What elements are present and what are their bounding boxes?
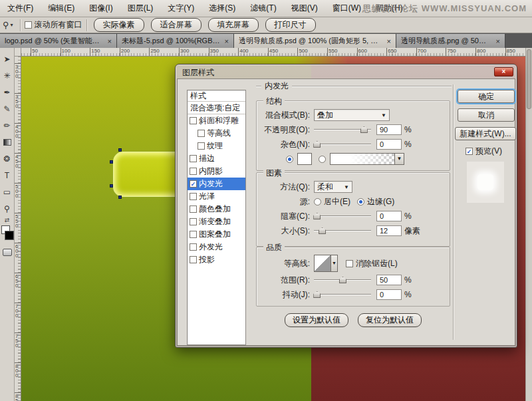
path-anchor-point[interactable] — [110, 184, 113, 188]
menu-item-4[interactable]: 图层(L) — [120, 0, 161, 17]
jitter-value[interactable]: 0 — [376, 289, 402, 300]
checkbox-icon[interactable] — [190, 193, 197, 200]
dialog-titlebar[interactable]: 图层样式 × — [177, 66, 515, 78]
magic-wand-tool[interactable]: ✳ — [1, 67, 14, 84]
chevron-down-icon[interactable]: ▼ — [394, 154, 404, 164]
reset-default-button[interactable]: 复位为默认值 — [358, 313, 422, 327]
type-tool[interactable]: T — [1, 167, 14, 184]
document-tab-3[interactable]: 透明导航质感.psd @ 100% (圆角矩形 5, RGB/8*) *× — [234, 34, 396, 48]
antialias-checkbox[interactable] — [346, 260, 353, 267]
style-item-6[interactable]: ✓内发光 — [188, 178, 245, 190]
tab-close-icon[interactable]: × — [225, 37, 229, 45]
path-anchor-point[interactable] — [118, 196, 122, 199]
checkbox-icon[interactable] — [190, 256, 197, 263]
checkbox-icon[interactable] — [190, 168, 197, 175]
menu-item-5[interactable]: 文字(Y) — [160, 0, 201, 17]
menu-item-6[interactable]: 选择(S) — [201, 0, 243, 17]
scrollbar-thumb[interactable] — [527, 49, 531, 109]
ok-button[interactable]: 确定 — [458, 90, 515, 103]
brush-tool[interactable]: ✎ — [1, 100, 14, 117]
style-item-3[interactable]: 纹理 — [188, 140, 245, 152]
gradient-picker[interactable]: ▼ — [330, 153, 404, 165]
style-item-7[interactable]: 光泽 — [188, 190, 245, 203]
menu-item-3[interactable]: 图像(I) — [82, 0, 120, 17]
option-button-4[interactable]: 打印尺寸 — [265, 18, 316, 32]
gradient-radio[interactable] — [319, 156, 326, 163]
sponge-tool[interactable]: ❂ — [1, 150, 14, 167]
tab-close-icon[interactable]: × — [496, 37, 500, 45]
new-style-button[interactable]: 新建样式(W)... — [455, 127, 516, 140]
choke-slider[interactable] — [314, 212, 371, 220]
blending-options-item[interactable]: 混合选项:自定 — [188, 102, 245, 114]
checkbox-icon[interactable] — [198, 130, 205, 137]
checkbox-icon[interactable] — [190, 205, 197, 213]
menu-item-8[interactable]: 视图(V) — [284, 0, 325, 17]
source-center-radio[interactable] — [314, 198, 321, 205]
checkbox-icon[interactable] — [190, 155, 197, 162]
vertical-scrollbar[interactable] — [525, 48, 532, 401]
cancel-button[interactable]: 取消 — [458, 108, 515, 122]
range-slider[interactable] — [314, 276, 371, 284]
checkbox-icon[interactable] — [190, 243, 197, 251]
option-button-3[interactable]: 填充屏幕 — [208, 18, 259, 32]
tool-preset-dropdown[interactable]: ⚲▾ — [0, 20, 16, 30]
method-select[interactable]: 柔和 ▼ — [314, 181, 352, 193]
checkbox-icon[interactable] — [190, 117, 197, 124]
style-item-11[interactable]: 外发光 — [188, 241, 245, 253]
opacity-value[interactable]: 90 — [376, 124, 402, 135]
document-tab-4[interactable]: 透明导航质感.png @ 50%(RG... × — [396, 34, 505, 48]
blend-mode-select[interactable]: 叠加 ▼ — [314, 109, 390, 121]
document-tab-1[interactable]: logo.psd @ 50% (矢量智能对... × — [0, 34, 117, 48]
scroll-all-windows-checkbox[interactable]: 滚动所有窗口 — [25, 19, 82, 31]
style-item-8[interactable]: 颜色叠加 — [188, 203, 245, 215]
screen-mode-button[interactable] — [3, 249, 12, 256]
style-item-1[interactable]: 斜面和浮雕 — [188, 114, 245, 127]
noise-slider[interactable] — [314, 140, 371, 148]
noise-value[interactable]: 0 — [376, 139, 402, 150]
menu-item-1[interactable]: 文件(F) — [0, 0, 41, 17]
menu-item-2[interactable]: 编辑(E) — [41, 0, 82, 17]
choke-value[interactable]: 0 — [376, 211, 402, 221]
menu-item-7[interactable]: 滤镜(T) — [243, 0, 283, 17]
chevron-down-icon[interactable]: ▼ — [331, 255, 337, 271]
source-edge-radio[interactable] — [357, 198, 364, 205]
style-item-2[interactable]: 等高线 — [188, 127, 245, 140]
document-tab-2[interactable]: 未标题-5.psd @ 100%(RGB/... × — [117, 34, 234, 48]
checkbox-icon[interactable] — [198, 142, 205, 150]
shape-tool[interactable]: ▭ — [1, 184, 14, 200]
range-value[interactable]: 50 — [376, 275, 402, 285]
size-slider[interactable] — [314, 227, 371, 235]
checkbox-icon[interactable] — [190, 218, 197, 225]
preview-checkbox[interactable]: ✓ — [466, 148, 473, 155]
jitter-slider[interactable] — [314, 291, 371, 299]
gradient-tool[interactable] — [1, 134, 14, 150]
color-radio[interactable] — [286, 156, 293, 163]
path-anchor-point[interactable] — [110, 160, 113, 164]
close-button[interactable]: × — [494, 67, 513, 76]
style-item-4[interactable]: 描边 — [188, 152, 245, 165]
option-button-1[interactable]: 实际像素 — [94, 18, 144, 32]
clone-stamp-tool[interactable]: ✏ — [1, 117, 14, 134]
glow-color-swatch[interactable] — [297, 153, 312, 165]
foreground-color-swatch[interactable] — [5, 231, 14, 240]
style-item-10[interactable]: 图案叠加 — [188, 228, 245, 241]
style-item-9[interactable]: 渐变叠加 — [188, 215, 245, 228]
tab-close-icon[interactable]: × — [387, 37, 391, 45]
move-tool[interactable]: ➤ — [1, 51, 14, 67]
contour-picker[interactable]: ▼ — [314, 255, 338, 272]
size-value[interactable]: 12 — [376, 225, 402, 236]
tab-close-icon[interactable]: × — [108, 37, 112, 45]
opacity-slider[interactable] — [314, 126, 371, 134]
zoom-tool[interactable]: ⚲ — [1, 200, 14, 217]
style-item-5[interactable]: 内阴影 — [188, 165, 245, 178]
path-anchor-point[interactable] — [118, 148, 122, 152]
swap-colors-icon[interactable]: ⇄ — [5, 217, 10, 223]
set-default-button[interactable]: 设置为默认值 — [285, 313, 348, 327]
checkbox-icon[interactable] — [190, 231, 197, 238]
ruler-label: 450 — [269, 48, 278, 54]
checkbox-icon[interactable]: ✓ — [190, 180, 197, 188]
preview-checkbox-row[interactable]: ✓ 预览(V) — [466, 146, 502, 157]
eyedropper-tool[interactable]: ✒ — [1, 84, 14, 100]
option-button-2[interactable]: 适合屏幕 — [151, 18, 201, 32]
style-item-12[interactable]: 投影 — [188, 253, 245, 266]
